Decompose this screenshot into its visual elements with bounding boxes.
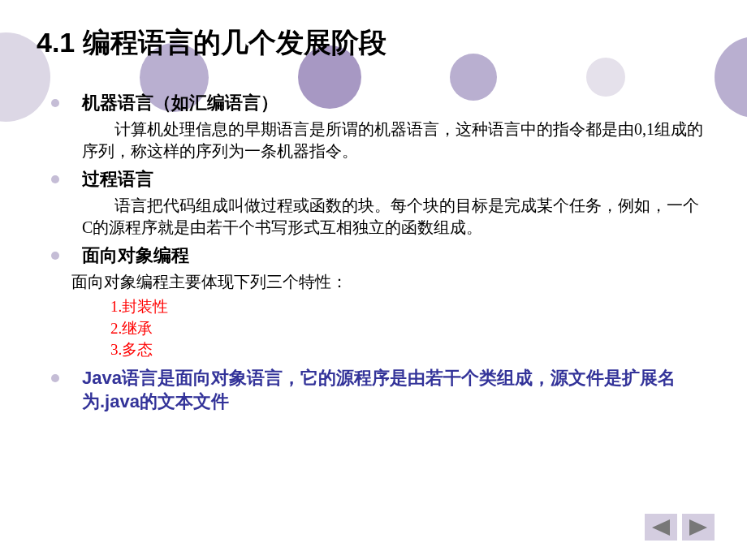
- slide-content: 机器语言（如汇编语言） 计算机处理信息的早期语言是所谓的机器语言，这种语言中的指…: [0, 62, 747, 414]
- bullet-item-2: 过程语言: [55, 167, 706, 192]
- java-suffix: 的文本文件: [140, 391, 229, 411]
- bullet-item-1: 机器语言（如汇编语言）: [55, 91, 706, 115]
- java-prefix: Java: [82, 368, 122, 388]
- item-desc-2: 语言把代码组成叫做过程或函数的块。每个块的目标是完成某个任务，例如，一个C的源程…: [82, 195, 706, 239]
- item-sub-3: 面向对象编程主要体现下列三个特性：: [71, 271, 706, 293]
- feature-list: 1.封装性 2.继承 3.多态: [110, 296, 706, 361]
- feature-3: 3.多态: [110, 339, 706, 361]
- feature-2: 2.继承: [110, 318, 706, 340]
- java-statement: Java语言是面向对象语言，它的源程序是由若干个类组成，源文件是扩展名为.jav…: [82, 366, 706, 414]
- triangle-left-icon: [652, 519, 670, 536]
- bullet-dot: [51, 99, 59, 107]
- feature-1: 1.封装性: [110, 296, 706, 318]
- java-ext: .java: [100, 391, 140, 411]
- prev-button[interactable]: [645, 514, 677, 541]
- svg-marker-1: [689, 519, 707, 536]
- svg-marker-0: [652, 519, 670, 536]
- nav-buttons: [645, 514, 715, 541]
- item-desc-1: 计算机处理信息的早期语言是所谓的机器语言，这种语言中的指令都是由0,1组成的序列…: [82, 118, 706, 162]
- item-title-3: 面向对象编程: [82, 243, 189, 268]
- bullet-dot: [51, 374, 59, 382]
- bullet-item-java: Java语言是面向对象语言，它的源程序是由若干个类组成，源文件是扩展名为.jav…: [55, 366, 706, 414]
- triangle-right-icon: [689, 519, 707, 536]
- bullet-dot: [51, 175, 59, 183]
- item-title-2: 过程语言: [82, 167, 153, 192]
- next-button[interactable]: [682, 514, 715, 541]
- bullet-dot: [51, 252, 59, 260]
- bullet-item-3: 面向对象编程: [55, 243, 706, 268]
- item-title-1: 机器语言（如汇编语言）: [82, 91, 279, 115]
- slide-title: 4.1 编程语言的几个发展阶段: [0, 0, 747, 62]
